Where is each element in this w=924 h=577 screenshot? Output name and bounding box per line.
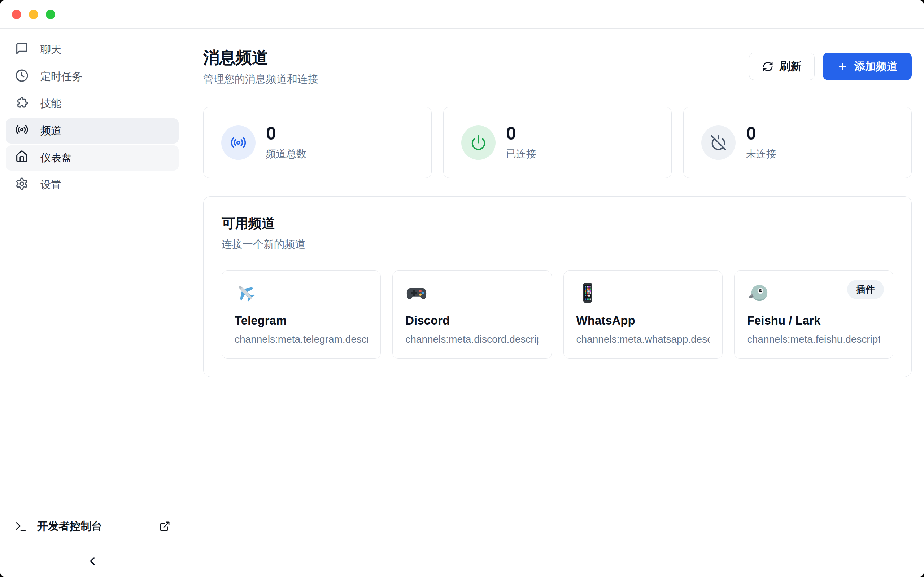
channel-description: channels:meta.discord.descriptic xyxy=(405,334,538,345)
sidebar-item-label: 聊天 xyxy=(40,43,61,57)
close-window-button[interactable] xyxy=(12,10,21,19)
sidebar: 聊天 定时任务 技能 频道 仪表盘 xyxy=(0,29,185,577)
chat-bubble-icon xyxy=(15,42,29,58)
channel-name: WhatsApp xyxy=(577,314,709,327)
external-link-icon[interactable] xyxy=(159,521,170,532)
available-channels-panel: 可用频道 连接一个新的频道 Telegram channels:meta.te xyxy=(203,196,912,377)
channel-description: channels:meta.whatsapp.descrip xyxy=(577,334,709,345)
refresh-button[interactable]: 刷新 xyxy=(749,53,815,80)
channel-name: Telegram xyxy=(234,314,368,327)
power-off-icon xyxy=(701,126,736,160)
home-icon xyxy=(15,150,29,166)
broadcast-icon xyxy=(15,123,29,139)
channel-card-whatsapp[interactable]: WhatsApp channels:meta.whatsapp.descrip xyxy=(564,271,723,359)
channel-description: channels:meta.feishu.description xyxy=(747,334,880,345)
mobile-phone-icon xyxy=(577,282,599,304)
collapse-sidebar-chevron-left-icon[interactable] xyxy=(86,554,99,567)
app-window: 聊天 定时任务 技能 频道 仪表盘 xyxy=(0,0,924,577)
sidebar-nav: 聊天 定时任务 技能 频道 仪表盘 xyxy=(0,35,185,519)
channel-card-telegram[interactable]: Telegram channels:meta.telegram.descript xyxy=(221,271,381,359)
minimize-window-button[interactable] xyxy=(29,10,38,19)
clock-icon xyxy=(15,69,29,85)
terminal-icon xyxy=(15,520,27,533)
stat-label: 已连接 xyxy=(506,147,536,161)
channel-name: Discord xyxy=(405,314,538,327)
developer-console-label: 开发者控制台 xyxy=(37,519,102,534)
sidebar-item-label: 技能 xyxy=(40,97,61,111)
sidebar-item-label: 频道 xyxy=(40,124,61,138)
sidebar-item-label: 定时任务 xyxy=(40,69,82,84)
channel-card-discord[interactable]: Discord channels:meta.discord.descriptic xyxy=(393,271,551,359)
puzzle-piece-icon xyxy=(15,96,29,112)
sidebar-item-dashboard[interactable]: 仪表盘 xyxy=(6,145,179,171)
gear-icon xyxy=(15,177,29,193)
titlebar xyxy=(0,0,924,29)
channel-name: Feishu / Lark xyxy=(747,314,880,327)
panel-title: 可用频道 xyxy=(221,214,893,233)
channel-description: channels:meta.telegram.descript xyxy=(234,334,368,345)
stat-label: 未连接 xyxy=(746,147,776,161)
plus-icon xyxy=(837,61,848,72)
panel-subtitle: 连接一个新的频道 xyxy=(221,237,893,252)
sidebar-item-label: 设置 xyxy=(40,178,61,192)
sidebar-item-scheduled-tasks[interactable]: 定时任务 xyxy=(6,64,179,89)
stat-card-disconnected: 0 未连接 xyxy=(683,107,912,178)
refresh-icon xyxy=(762,61,774,72)
stat-value: 0 xyxy=(746,124,776,142)
channel-card-feishu[interactable]: 插件 Feishu / Lark channels:meta.feishu.de… xyxy=(734,271,893,359)
broadcast-icon xyxy=(221,126,255,160)
page-title: 消息频道 xyxy=(203,49,318,66)
bird-icon xyxy=(747,282,769,304)
sidebar-item-label: 仪表盘 xyxy=(40,151,72,165)
stat-card-total-channels: 0 频道总数 xyxy=(203,107,432,178)
sidebar-item-settings[interactable]: 设置 xyxy=(6,172,179,198)
sidebar-item-skills[interactable]: 技能 xyxy=(6,91,179,116)
power-icon xyxy=(461,126,496,160)
add-channel-button[interactable]: 添加频道 xyxy=(823,53,912,80)
main-content: 消息频道 管理您的消息频道和连接 刷新 添加频道 xyxy=(185,29,924,577)
page-subtitle: 管理您的消息频道和连接 xyxy=(203,72,318,87)
stat-card-connected: 0 已连接 xyxy=(443,107,672,178)
sidebar-item-channels[interactable]: 频道 xyxy=(6,118,179,143)
stat-label: 频道总数 xyxy=(266,147,307,161)
developer-console-link[interactable]: 开发者控制台 xyxy=(15,519,170,534)
plugin-badge: 插件 xyxy=(847,280,884,299)
stat-value: 0 xyxy=(266,124,307,142)
stat-value: 0 xyxy=(506,124,536,142)
airplane-icon xyxy=(234,282,257,304)
zoom-window-button[interactable] xyxy=(46,10,55,19)
sidebar-item-chat[interactable]: 聊天 xyxy=(6,37,179,62)
game-controller-icon xyxy=(405,282,428,304)
